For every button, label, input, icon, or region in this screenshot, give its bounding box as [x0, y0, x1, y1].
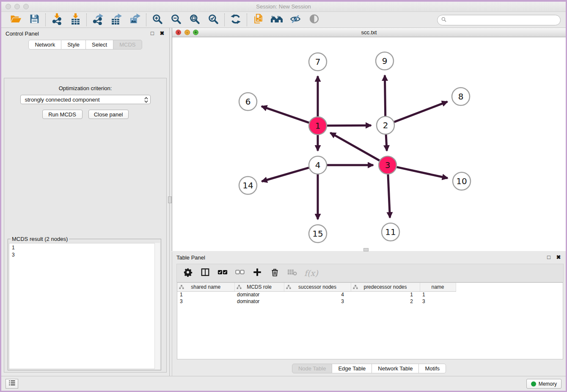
- refresh-button[interactable]: [229, 13, 242, 27]
- import-table-button[interactable]: [69, 13, 82, 27]
- table-cell[interactable]: 3: [177, 298, 234, 305]
- graph-edge-3-1[interactable]: [330, 133, 380, 161]
- table-row[interactable]: 1dominator411: [177, 291, 456, 298]
- search-icon: [441, 17, 447, 24]
- graph-node-7[interactable]: 7: [309, 53, 327, 71]
- add-row-button[interactable]: [252, 268, 262, 279]
- graph-node-14[interactable]: 14: [239, 177, 257, 194]
- columns-button[interactable]: [200, 268, 210, 279]
- import-network-button[interactable]: [50, 13, 63, 27]
- zoom-fit-button[interactable]: [188, 13, 201, 27]
- network-canvas[interactable]: 7968124314101511: [172, 37, 566, 251]
- task-history-button[interactable]: [6, 379, 18, 389]
- export-image-button[interactable]: [128, 13, 142, 27]
- graph-node-2[interactable]: 2: [377, 116, 394, 134]
- graph-node-9[interactable]: 9: [376, 52, 394, 70]
- column-header-name[interactable]: name: [420, 283, 456, 291]
- graph-node-15[interactable]: 15: [309, 225, 327, 243]
- graph-node-3[interactable]: 3: [379, 156, 396, 174]
- open-folder-button[interactable]: [9, 13, 22, 27]
- table-cell[interactable]: 4: [284, 291, 351, 298]
- home-button[interactable]: [270, 13, 284, 27]
- control-panel-float-icon[interactable]: □: [149, 30, 155, 37]
- column-header-shared-name[interactable]: shared name: [177, 283, 234, 291]
- column-header-predecessor-nodes[interactable]: predecessor nodes: [351, 283, 420, 291]
- result-scrollbar[interactable]: [154, 243, 160, 369]
- gear-button[interactable]: [183, 268, 193, 279]
- search-box[interactable]: [437, 15, 561, 25]
- table-cell[interactable]: 3: [420, 298, 456, 305]
- column-header-MCDS-role[interactable]: MCDS role: [234, 283, 284, 291]
- graph-node-1[interactable]: 1: [309, 117, 327, 135]
- graph-node-label: 14: [242, 180, 253, 190]
- graph-edge-2-3[interactable]: [386, 135, 387, 151]
- memory-button[interactable]: Memory: [526, 379, 561, 389]
- export-network-button[interactable]: [91, 13, 105, 27]
- export-network-icon: [92, 13, 104, 27]
- mcds-result-title: MCDS result (2 nodes): [11, 236, 69, 242]
- graph-edge-4-14[interactable]: [262, 168, 309, 181]
- graph-node-8[interactable]: 8: [452, 88, 470, 105]
- hierarchy-icon: [286, 284, 291, 291]
- zoom-out-button[interactable]: [169, 13, 183, 27]
- vertical-splitter-grip[interactable]: [168, 196, 172, 203]
- run-mcds-button[interactable]: Run MCDS: [42, 110, 83, 119]
- control-panel-title: Control Panel: [6, 30, 39, 37]
- graph-edge-3-10[interactable]: [396, 167, 447, 178]
- delete-table-icon: [287, 268, 297, 278]
- table-cell[interactable]: dominator: [234, 291, 284, 298]
- graph-edge-1-6[interactable]: [261, 106, 309, 123]
- tab-edge-table[interactable]: Edge Table: [332, 364, 372, 373]
- graph-edge-2-8[interactable]: [394, 102, 448, 122]
- criterion-dropdown[interactable]: strongly connected component: [20, 95, 151, 104]
- tab-mcds[interactable]: MCDS: [113, 40, 142, 50]
- graph-edge-3-11[interactable]: [388, 174, 390, 218]
- save-button[interactable]: [28, 13, 41, 27]
- delete-row-button[interactable]: [270, 268, 280, 279]
- refresh-icon: [230, 14, 241, 26]
- graph-node-label: 3: [385, 160, 391, 170]
- search-input[interactable]: [449, 16, 560, 25]
- export-table-button[interactable]: [110, 13, 123, 27]
- function-icon: f(x): [304, 268, 318, 278]
- graph-node-4[interactable]: 4: [309, 156, 327, 174]
- graph-edge-1-2[interactable]: [327, 125, 371, 126]
- select-all-button[interactable]: [217, 268, 228, 279]
- toolbar-group: [225, 13, 247, 27]
- control-panel-header: Control Panel □ ✖: [1, 28, 169, 40]
- graph-node-6[interactable]: 6: [239, 93, 257, 110]
- tab-network[interactable]: Network: [28, 40, 61, 50]
- control-panel: Control Panel □ ✖ NetworkStyleSelectMCDS…: [1, 28, 169, 376]
- table-panel-float-icon[interactable]: □: [546, 254, 552, 261]
- show-visual-button[interactable]: [307, 13, 321, 27]
- zoom-in-button[interactable]: [151, 13, 164, 27]
- memory-label: Memory: [539, 381, 557, 387]
- window-frame-top: [0, 0, 567, 2]
- table-row[interactable]: 3dominator323: [177, 298, 456, 305]
- window-frame-left: [0, 0, 1, 392]
- mcds-result-list[interactable]: 1 3: [9, 243, 160, 369]
- table-cell[interactable]: 2: [351, 298, 420, 305]
- graph-node-11[interactable]: 11: [382, 223, 399, 241]
- graph-edge-2-9[interactable]: [385, 75, 385, 116]
- tab-style[interactable]: Style: [61, 40, 86, 50]
- table-panel-close-icon[interactable]: ✖: [556, 254, 561, 261]
- tab-motifs[interactable]: Motifs: [419, 364, 446, 373]
- clone-network-button[interactable]: [251, 13, 265, 27]
- graph-node-10[interactable]: 10: [453, 172, 471, 190]
- deselect-all-button[interactable]: [235, 268, 245, 279]
- control-panel-close-icon[interactable]: ✖: [159, 30, 165, 37]
- zoom-selected-button[interactable]: [206, 13, 220, 27]
- close-panel-button[interactable]: Close panel: [88, 110, 129, 119]
- horizontal-splitter-grip[interactable]: [363, 248, 369, 251]
- tab-select[interactable]: Select: [86, 40, 113, 50]
- table-cell[interactable]: dominator: [234, 298, 284, 305]
- hide-visual-button[interactable]: [289, 13, 302, 27]
- tab-network-table[interactable]: Network Table: [372, 364, 419, 373]
- table-cell[interactable]: 1: [177, 291, 234, 298]
- column-header-successor-nodes[interactable]: successor nodes: [284, 283, 351, 291]
- table-cell[interactable]: 1: [420, 291, 456, 298]
- table-cell[interactable]: 3: [284, 298, 351, 305]
- table-cell[interactable]: 1: [351, 291, 420, 298]
- tab-node-table[interactable]: Node Table: [292, 364, 333, 373]
